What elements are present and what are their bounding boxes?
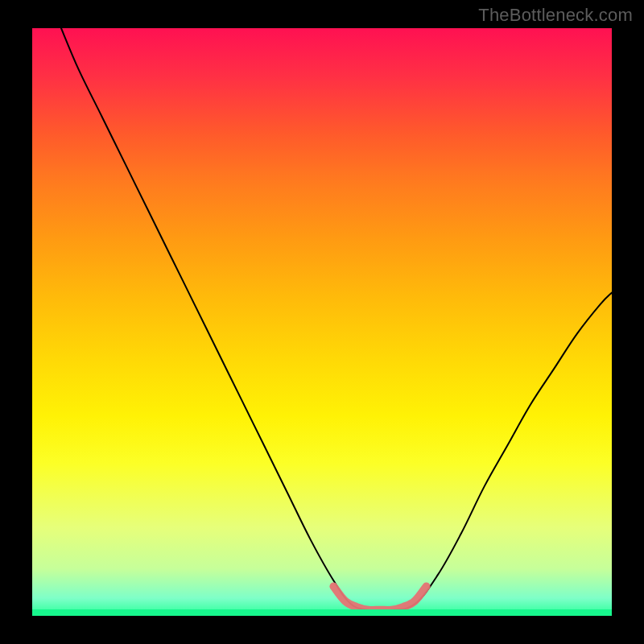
watermark-text: TheBottleneck.com [478, 5, 633, 26]
baseline-green-bar [32, 609, 612, 616]
plot-area [32, 28, 612, 616]
optimal-range-accent [333, 587, 426, 610]
curve-layer [32, 28, 612, 616]
bottleneck-curve [61, 28, 612, 611]
chart-frame: TheBottleneck.com [0, 0, 644, 644]
